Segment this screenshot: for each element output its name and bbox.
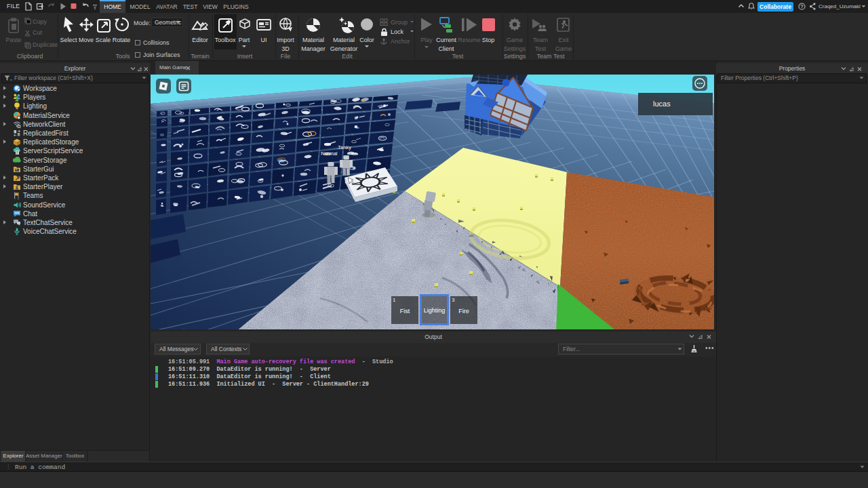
- svg-text:?: ?: [800, 3, 804, 9]
- svg-text:Tanky: Tanky: [338, 144, 351, 150]
- svg-text:Normal: Normal: [321, 150, 338, 157]
